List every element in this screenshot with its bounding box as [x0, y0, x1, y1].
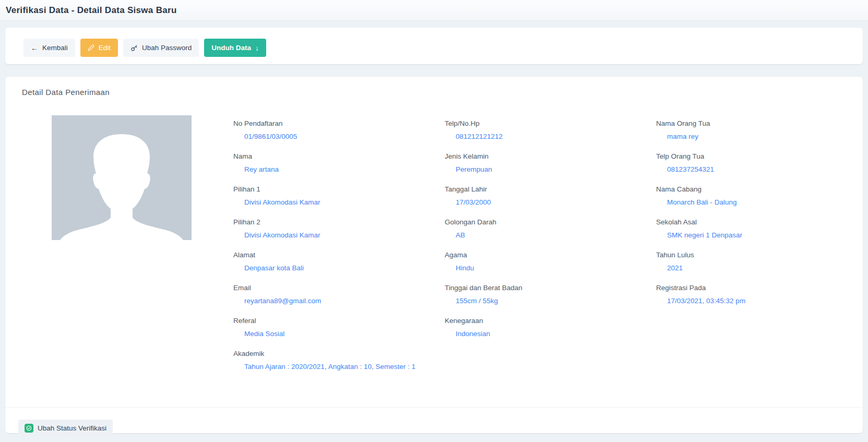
page-header: Verifikasi Data - Detail Data Siswa Baru [0, 0, 868, 21]
change-password-button-label: Ubah Password [142, 44, 192, 52]
field-label: Tahun Lulus [656, 251, 846, 259]
field-group: Nama Rey artana [233, 152, 445, 174]
toolbar: ← Kembali Edit Ubah Password Unduh Data … [5, 28, 863, 64]
fields-column-1: No Pendaftaran 01/9861/03/0005 Nama Rey … [233, 115, 445, 383]
field-label: Telp/No.Hp [445, 120, 656, 128]
field-label: Registrasi Pada [656, 284, 846, 292]
field-value: Media Sosial [233, 330, 445, 338]
change-verification-status-label: Ubah Status Verifikasi [38, 424, 106, 432]
field-value: 155cm / 55kg [445, 297, 656, 305]
field-group: Sekolah Asal SMK negeri 1 Denpasar [656, 218, 846, 240]
check-circle-icon [25, 424, 33, 433]
field-group: Agama Hindu [445, 251, 656, 272]
field-label: Pilihan 1 [233, 185, 445, 194]
field-group: No Pendaftaran 01/9861/03/0005 [233, 120, 445, 141]
field-label: Tanggal Lahir [445, 185, 656, 194]
page: { "page": { "title": "Verifikasi Data - … [0, 0, 868, 442]
field-value: reyartana89@gmail.com [233, 297, 445, 305]
field-label: Email [233, 284, 445, 292]
field-value: 17/03/2000 [445, 198, 656, 207]
field-group: Telp Orang Tua 081237254321 [656, 152, 846, 174]
field-label: Jenis Kelamin [445, 152, 656, 161]
field-value: mama rey [656, 133, 846, 141]
field-value: 081237254321 [656, 165, 846, 174]
arrow-down-icon: ↓ [255, 44, 259, 52]
field-label: Telp Orang Tua [656, 152, 846, 161]
field-group: Tinggai dan Berat Badan 155cm / 55kg [445, 284, 656, 305]
field-group: Golongan Darah AB [445, 218, 656, 240]
field-value: Monarch Bali - Dalung [656, 198, 846, 207]
key-icon [130, 44, 138, 52]
page-title: Verifikasi Data - Detail Data Siswa Baru [6, 5, 177, 16]
field-group: Alamat Denpasar kota Bali [233, 251, 445, 272]
field-group: Tahun Lulus 2021 [656, 251, 846, 272]
field-value: Divisi Akomodasi Kamar [233, 198, 445, 207]
field-value: Hindu [445, 264, 656, 272]
field-label: Pilihan 2 [233, 218, 445, 226]
field-group: Pilihan 2 Divisi Akomodasi Kamar [233, 218, 445, 240]
detail-content: No Pendaftaran 01/9861/03/0005 Nama Rey … [5, 115, 863, 383]
card-footer: Ubah Status Verifikasi [5, 408, 863, 442]
field-label: Alamat [233, 251, 445, 259]
field-label: Referal [233, 317, 445, 325]
field-group: Email reyartana89@gmail.com [233, 284, 445, 305]
field-value: SMK negeri 1 Denpasar [656, 231, 846, 240]
field-group: Registrasi Pada 17/03/2021, 03:45:32 pm [656, 284, 846, 305]
field-group: Telp/No.Hp 081212121212 [445, 120, 656, 141]
field-value: Denpasar kota Bali [233, 264, 445, 272]
field-group: Tanggal Lahir 17/03/2000 [445, 185, 656, 207]
avatar [52, 115, 192, 240]
fields-column-3: Nama Orang Tua mama rey Telp Orang Tua 0… [656, 115, 846, 383]
field-value: Tahun Ajaran : 2020/2021, Angkatan : 10,… [233, 363, 445, 371]
fields-column-2: Telp/No.Hp 081212121212 Jenis Kelamin Pe… [445, 115, 656, 383]
person-silhouette-icon [52, 115, 192, 240]
field-label: Akademik [233, 350, 445, 358]
field-label: No Pendaftaran [233, 120, 445, 128]
field-label: Nama Orang Tua [656, 120, 846, 128]
card-heading: Detail Data Penerimaan [22, 88, 863, 97]
field-label: Golongan Darah [445, 218, 656, 226]
field-label: Nama [233, 152, 445, 161]
field-value: 2021 [656, 264, 846, 272]
field-label: Agama [445, 251, 656, 259]
field-value: Perempuan [445, 165, 656, 174]
field-group: Kenegaraan Indonesian [445, 317, 656, 338]
field-label: Sekolah Asal [656, 218, 846, 226]
field-value: Rey artana [233, 165, 445, 174]
field-group: Nama Orang Tua mama rey [656, 120, 846, 141]
field-value: 081212121212 [445, 133, 656, 141]
change-password-button[interactable]: Ubah Password [123, 39, 199, 57]
field-label: Kenegaraan [445, 317, 656, 325]
detail-card: Detail Data Penerimaan No Pendaftaran 01… [5, 77, 863, 433]
back-button[interactable]: ← Kembali [23, 39, 75, 57]
change-verification-status-button[interactable]: Ubah Status Verifikasi [18, 420, 113, 436]
field-value: Divisi Akomodasi Kamar [233, 231, 445, 240]
field-group: Referal Media Sosial [233, 317, 445, 338]
field-label: Nama Cabang [656, 185, 846, 194]
field-value: 01/9861/03/0005 [233, 133, 445, 141]
edit-button-label: Edit [99, 44, 111, 52]
arrow-left-icon: ← [31, 44, 38, 52]
edit-button[interactable]: Edit [80, 39, 118, 57]
field-group: Akademik Tahun Ajaran : 2020/2021, Angka… [233, 350, 445, 371]
field-group: Nama Cabang Monarch Bali - Dalung [656, 185, 846, 207]
field-value: AB [445, 231, 656, 240]
download-data-button[interactable]: Unduh Data ↓ [204, 39, 266, 57]
download-data-button-label: Unduh Data [211, 44, 251, 52]
field-value: 17/03/2021, 03:45:32 pm [656, 297, 846, 305]
field-label: Tinggai dan Berat Badan [445, 284, 656, 292]
field-value: Indonesian [445, 330, 656, 338]
pencil-icon [88, 44, 94, 51]
field-group: Jenis Kelamin Perempuan [445, 152, 656, 174]
back-button-label: Kembali [42, 44, 68, 52]
field-group: Pilihan 1 Divisi Akomodasi Kamar [233, 185, 445, 207]
